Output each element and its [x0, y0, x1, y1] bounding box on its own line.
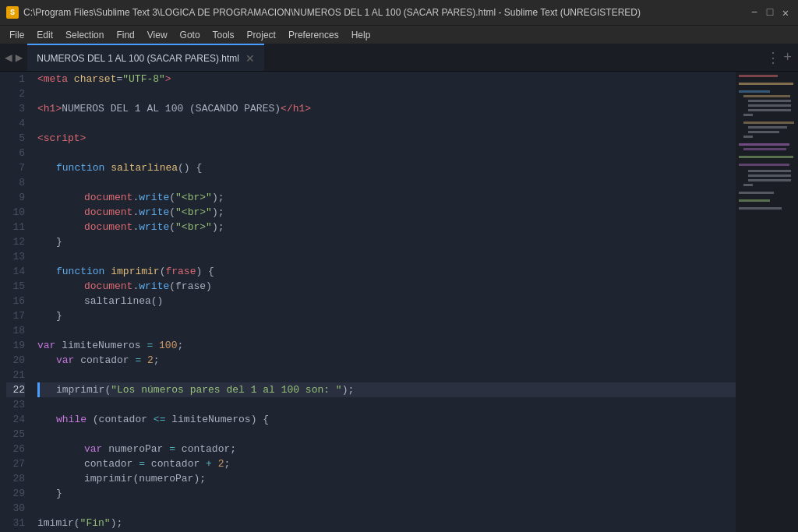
code-line-13: [37, 249, 736, 264]
line-num-11: 11: [6, 220, 25, 234]
menu-help[interactable]: Help: [345, 28, 377, 42]
line-num-8: 8: [6, 175, 25, 190]
code-line-18: [37, 323, 736, 338]
svg-rect-0: [739, 75, 778, 77]
code-line-2: [37, 86, 736, 101]
menu-goto[interactable]: Goto: [174, 28, 207, 42]
titlebar-controls: − □ ✕: [748, 6, 792, 19]
menu-project[interactable]: Project: [241, 28, 282, 42]
active-tab[interactable]: NUMEROS DEL 1 AL 100 (SACAR PARES).html …: [27, 44, 264, 71]
line-num-12: 12: [6, 234, 25, 249]
line-num-15: 15: [6, 279, 25, 294]
code-line-31: imimir("Fin");: [37, 516, 736, 530]
tab-nav-forward[interactable]: ▶: [14, 50, 25, 65]
svg-rect-6: [748, 109, 791, 111]
line-num-24: 24: [6, 412, 25, 427]
line-num-6: 6: [6, 146, 25, 160]
svg-rect-13: [743, 148, 786, 150]
menu-edit[interactable]: Edit: [30, 28, 59, 42]
code-line-12: }: [37, 234, 736, 249]
svg-rect-16: [748, 170, 791, 172]
svg-rect-8: [743, 122, 794, 124]
titlebar: S C:\Program Files\Sublime Text 3\LOGICA…: [0, 0, 798, 25]
svg-rect-18: [748, 179, 791, 181]
line-num-5: 5: [6, 131, 25, 146]
svg-rect-22: [739, 207, 782, 210]
minimize-button[interactable]: −: [748, 6, 761, 19]
menubar: File Edit Selection Find View Goto Tools…: [0, 25, 798, 44]
menu-view[interactable]: View: [141, 28, 174, 42]
svg-rect-3: [743, 95, 790, 97]
svg-rect-20: [739, 192, 774, 194]
menu-tools[interactable]: Tools: [207, 28, 241, 42]
menu-file[interactable]: File: [3, 28, 30, 42]
svg-rect-7: [743, 114, 753, 116]
code-line-23: [37, 397, 736, 412]
line-num-1: 1: [6, 72, 25, 86]
svg-rect-12: [739, 143, 789, 146]
line-num-16: 16: [6, 294, 25, 308]
main-content: 1 2 3 4 5 6 7 8 9 10 11 12 13 14 15 16 1…: [0, 72, 798, 532]
line-num-22: 22: [6, 382, 25, 397]
svg-rect-5: [748, 104, 791, 107]
line-num-23: 23: [6, 397, 25, 412]
code-line-20: var contador = 2;: [37, 353, 736, 368]
minimap: [736, 72, 798, 532]
line-numbers: 1 2 3 4 5 6 7 8 9 10 11 12 13 14 15 16 1…: [0, 72, 34, 532]
code-line-7: function saltarlinea() {: [37, 160, 736, 175]
line-num-17: 17: [6, 308, 25, 323]
code-line-1: <meta charset="UTF-8">: [37, 72, 736, 86]
tabbar: ◀ ▶ NUMEROS DEL 1 AL 100 (SACAR PARES).h…: [0, 44, 798, 72]
maximize-button[interactable]: □: [764, 6, 776, 19]
tab-options-button[interactable]: +: [783, 50, 792, 65]
svg-rect-9: [748, 126, 787, 129]
line-num-28: 28: [6, 471, 25, 486]
close-button[interactable]: ✕: [779, 6, 792, 19]
tab-close-button[interactable]: ✕: [245, 52, 255, 65]
line-num-27: 27: [6, 456, 25, 471]
code-line-29: }: [37, 486, 736, 501]
svg-rect-4: [748, 100, 791, 102]
code-line-5: <script>: [37, 131, 736, 146]
code-line-14: function imprimir(frase) {: [37, 264, 736, 279]
titlebar-left: S C:\Program Files\Sublime Text 3\LOGICA…: [6, 6, 641, 19]
tab-nav-back[interactable]: ◀: [3, 50, 14, 65]
code-line-6: [37, 146, 736, 160]
app-icon: S: [6, 6, 19, 19]
line-num-21: 21: [6, 368, 25, 382]
svg-rect-1: [739, 83, 793, 85]
code-line-27: contador = contador + 2;: [37, 456, 736, 471]
svg-rect-10: [748, 131, 779, 133]
svg-rect-17: [748, 174, 791, 177]
code-line-30: [37, 501, 736, 516]
tab-add-button[interactable]: ⋮: [766, 49, 780, 66]
line-num-18: 18: [6, 323, 25, 338]
code-line-8: [37, 175, 736, 190]
menu-find[interactable]: Find: [110, 28, 140, 42]
svg-rect-2: [739, 90, 770, 93]
line-num-30: 30: [6, 501, 25, 516]
line-num-13: 13: [6, 249, 25, 264]
line-num-3: 3: [6, 101, 25, 116]
menu-selection[interactable]: Selection: [59, 28, 110, 42]
code-line-16: saltarlinea(): [37, 294, 736, 308]
line-num-19: 19: [6, 338, 25, 353]
svg-rect-11: [743, 136, 753, 138]
titlebar-title: C:\Program Files\Sublime Text 3\LOGICA D…: [23, 7, 641, 18]
code-line-19: var limiteNumeros = 100;: [37, 338, 736, 353]
line-num-7: 7: [6, 160, 25, 175]
code-line-11: document.write("<br>");: [37, 220, 736, 234]
svg-rect-19: [743, 184, 753, 186]
menu-preferences[interactable]: Preferences: [282, 28, 345, 42]
code-line-9: document.write("<br>");: [37, 190, 736, 205]
tabbar-right: ⋮ +: [766, 44, 798, 71]
code-line-21: [37, 368, 736, 382]
line-num-20: 20: [6, 353, 25, 368]
code-line-15: document.write(frase): [37, 279, 736, 294]
svg-rect-21: [739, 199, 770, 202]
line-num-26: 26: [6, 442, 25, 456]
code-editor[interactable]: <meta charset="UTF-8"> <h1>NUMEROS DEL 1…: [34, 72, 736, 532]
code-line-25: [37, 427, 736, 442]
code-line-24: while (contador <= limiteNumeros) {: [37, 412, 736, 427]
code-line-4: [37, 116, 736, 131]
